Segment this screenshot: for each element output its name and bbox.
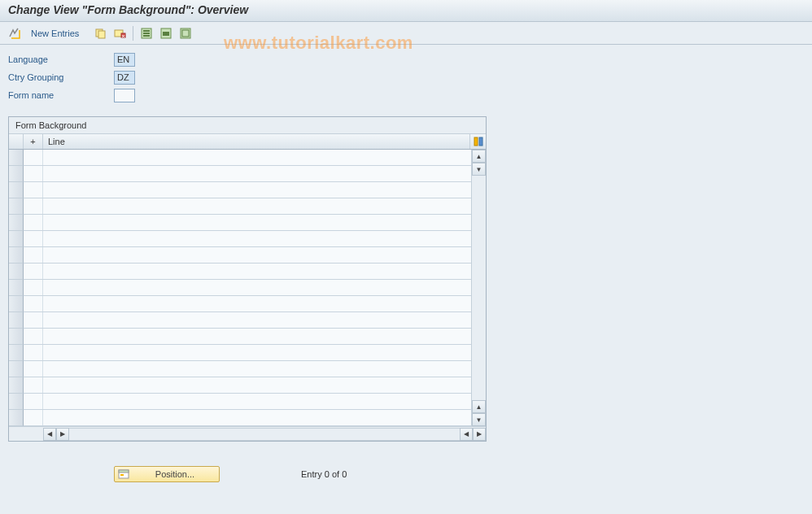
row-header[interactable] <box>9 215 24 231</box>
row-header[interactable] <box>9 345 24 361</box>
select-all-icon[interactable] <box>138 25 155 41</box>
formname-value[interactable] <box>114 89 135 102</box>
field-row-ctry: Ctry Grouping DZ <box>8 69 804 85</box>
table-rows <box>24 150 471 426</box>
table-row[interactable] <box>24 345 471 361</box>
table-row[interactable] <box>24 394 471 410</box>
col-line-header[interactable]: Line <box>43 134 469 149</box>
table-header: + Line <box>9 133 486 150</box>
row-header[interactable] <box>9 264 24 280</box>
svg-rect-15 <box>119 470 129 473</box>
row-header[interactable] <box>9 166 24 182</box>
svg-rect-12 <box>474 137 478 146</box>
table-row[interactable] <box>24 150 471 166</box>
table-row[interactable] <box>24 329 471 345</box>
table-row[interactable] <box>24 166 471 182</box>
row-header[interactable] <box>9 361 24 377</box>
footer: Position... Entry 0 of 0 <box>8 466 804 482</box>
row-header[interactable] <box>9 280 24 296</box>
field-row-language: Language EN <box>8 51 804 68</box>
table-row[interactable] <box>24 231 471 247</box>
copy-icon[interactable] <box>92 25 108 41</box>
table-panel: Form Background + Line ▲ ▼ ▲ ▼ ◀ ▶ <box>8 116 487 442</box>
field-row-formname: Form name <box>8 87 804 103</box>
svg-rect-9 <box>163 32 169 36</box>
table-row[interactable] <box>24 361 471 377</box>
row-header[interactable] <box>9 410 24 426</box>
table-row[interactable] <box>24 264 471 280</box>
h-scrollbar[interactable]: ◀ ▶ ◀ ▶ <box>9 426 486 441</box>
entry-count-text: Entry 0 of 0 <box>301 469 347 479</box>
row-header[interactable] <box>9 182 24 198</box>
svg-rect-3 <box>121 33 125 37</box>
svg-rect-5 <box>143 30 150 32</box>
svg-rect-7 <box>143 35 150 37</box>
table-row[interactable] <box>24 280 471 296</box>
table-row[interactable] <box>24 296 471 312</box>
scroll-up-bottom-icon[interactable]: ▲ <box>472 400 486 413</box>
toolbar-separator <box>133 26 133 41</box>
delete-icon[interactable] <box>111 25 128 41</box>
table-config-icon[interactable] <box>469 134 486 149</box>
col-plus-header[interactable]: + <box>24 134 43 149</box>
content-area: Language EN Ctry Grouping DZ Form name F… <box>0 45 812 489</box>
row-header[interactable] <box>9 329 24 345</box>
svg-rect-1 <box>98 31 105 38</box>
position-button[interactable]: Position... <box>114 466 220 482</box>
row-header[interactable] <box>9 150 24 166</box>
ctry-value[interactable]: DZ <box>114 71 135 85</box>
scroll-left-icon[interactable]: ◀ <box>43 428 56 441</box>
scroll-down-top-icon[interactable]: ▼ <box>472 163 486 176</box>
row-header[interactable] <box>9 312 24 329</box>
table-row[interactable] <box>24 410 471 426</box>
svg-rect-6 <box>143 33 150 34</box>
table-body: ▲ ▼ ▲ ▼ <box>9 150 486 426</box>
scroll-track[interactable] <box>472 176 486 400</box>
formname-label: Form name <box>8 90 114 100</box>
row-header[interactable] <box>9 231 24 247</box>
toolbar: New Entries <box>0 22 812 45</box>
row-header[interactable] <box>9 247 24 264</box>
table-row[interactable] <box>24 377 471 394</box>
language-label: Language <box>8 54 114 64</box>
ctry-label: Ctry Grouping <box>8 72 114 82</box>
row-headers <box>9 150 24 426</box>
select-block-icon[interactable] <box>158 25 174 41</box>
row-header[interactable] <box>9 394 24 410</box>
scroll-up-icon[interactable]: ▲ <box>472 150 486 163</box>
position-label: Position... <box>134 469 216 479</box>
table-caption: Form Background <box>9 117 486 133</box>
row-header[interactable] <box>9 198 24 215</box>
svg-rect-16 <box>120 474 124 476</box>
table-row[interactable] <box>24 215 471 231</box>
col-select-all[interactable] <box>9 134 24 149</box>
svg-rect-13 <box>479 137 482 146</box>
toggle-icon[interactable] <box>7 25 23 41</box>
table-row[interactable] <box>24 198 471 215</box>
table-row[interactable] <box>24 312 471 329</box>
table-row[interactable] <box>24 247 471 264</box>
scroll-down-icon[interactable]: ▼ <box>472 413 486 426</box>
scroll-right-icon[interactable]: ▶ <box>473 428 486 441</box>
v-scrollbar[interactable]: ▲ ▼ ▲ ▼ <box>471 150 486 426</box>
position-icon <box>118 468 129 480</box>
deselect-all-icon[interactable] <box>177 25 194 41</box>
scroll-right-a-icon[interactable]: ▶ <box>56 428 69 441</box>
row-header[interactable] <box>9 296 24 312</box>
scroll-left-b-icon[interactable]: ◀ <box>460 428 473 441</box>
scroll-track-h[interactable] <box>69 428 460 441</box>
row-header[interactable] <box>9 377 24 394</box>
page-title: Change View "Form Background": Overview <box>0 0 812 22</box>
language-value[interactable]: EN <box>114 53 135 67</box>
table-row[interactable] <box>24 182 471 198</box>
new-entries-button[interactable]: New Entries <box>26 27 84 40</box>
